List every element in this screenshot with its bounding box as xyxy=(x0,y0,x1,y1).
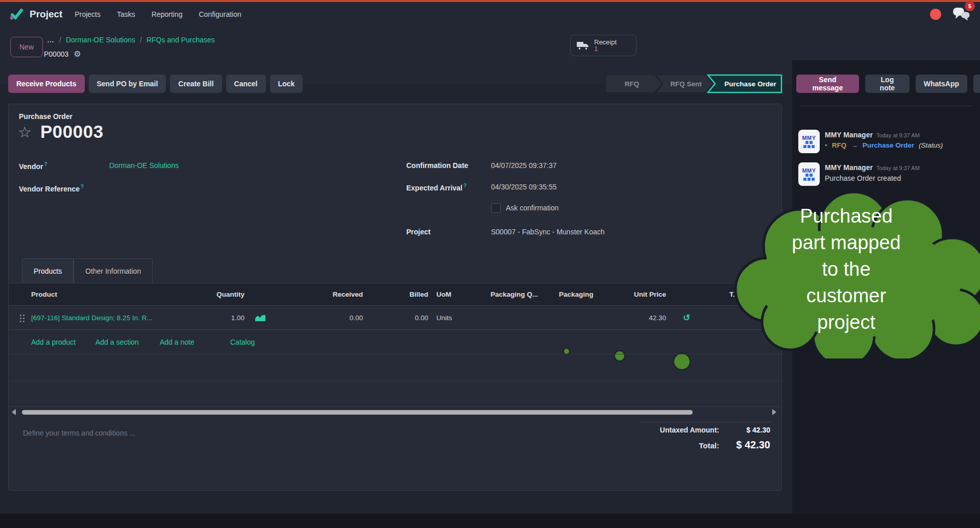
price-history-icon[interactable]: ↺ xyxy=(677,306,696,329)
cut-off-button[interactable] xyxy=(973,75,980,93)
avatar[interactable]: MMY xyxy=(798,130,820,153)
annotation-text-line: customer xyxy=(806,285,887,306)
horizontal-scrollbar[interactable] xyxy=(22,410,693,415)
order-lines-header: Product Quantity Received Billed UoM Pac… xyxy=(9,283,781,306)
forecast-chart-icon[interactable] xyxy=(255,306,275,329)
empty-table-row xyxy=(9,381,781,407)
chatter-message: MMY MMY Manager Today at 9:37 AM • RFQ →… xyxy=(798,130,976,153)
status-step-purchase-order-active[interactable]: Purchase Order xyxy=(708,75,781,92)
scroll-left-arrow-icon[interactable] xyxy=(12,409,16,415)
log-note-button[interactable]: Log note xyxy=(865,75,910,93)
tab-products[interactable]: Products xyxy=(22,258,74,283)
column-header-packaging-qty[interactable]: Packaging Q... xyxy=(491,283,547,305)
column-header-billed[interactable]: Billed xyxy=(351,283,428,305)
breadcrumb-ellipsis[interactable]: … xyxy=(47,36,55,44)
arrow-right-icon: → xyxy=(851,141,858,149)
status-step-rfq-sent[interactable]: RFQ Sent xyxy=(656,75,713,92)
column-header-uom[interactable]: UoM xyxy=(436,283,493,305)
ask-confirmation-checkbox[interactable] xyxy=(491,203,501,213)
add-a-product-link[interactable]: Add a product xyxy=(31,330,76,354)
message-author[interactable]: MMY Manager xyxy=(825,131,873,139)
breadcrumb-current: P00003 ⚙ xyxy=(44,49,81,59)
packaging-qty-cell[interactable] xyxy=(491,306,547,329)
order-line-row[interactable]: [697-116] Standard Design; 8.25 In. R...… xyxy=(9,306,781,330)
chatter-buttons: Send message Log note WhatsApp xyxy=(796,75,980,93)
unit-price-cell[interactable]: 42.30 xyxy=(584,306,666,329)
cancel-button[interactable]: Cancel xyxy=(226,75,266,93)
menu-reporting[interactable]: Reporting xyxy=(152,10,183,18)
receipt-smart-button[interactable]: Receipt 1 xyxy=(570,35,636,56)
breadcrumb-separator: / xyxy=(140,36,142,44)
annotation-text-line: Purchased xyxy=(800,205,893,227)
help-icon: ? xyxy=(81,184,84,189)
breadcrumb-current-record: P00003 xyxy=(44,50,68,58)
project-value[interactable]: S00007 - FabSync - Munster Koach xyxy=(491,228,605,236)
menu-tasks[interactable]: Tasks xyxy=(117,10,135,18)
notification-badge: 5 xyxy=(965,1,975,11)
total-row: Total: $ 42.30 xyxy=(632,439,770,451)
uom-cell[interactable]: Units xyxy=(436,306,493,329)
gear-icon[interactable]: ⚙ xyxy=(74,50,81,58)
column-header-unit-price[interactable]: Unit Price xyxy=(584,283,666,305)
status-to[interactable]: Purchase Order xyxy=(863,141,914,149)
add-a-section-link[interactable]: Add a section xyxy=(95,330,139,354)
status-step-rfq[interactable]: RFQ xyxy=(606,75,662,92)
scroll-right-arrow-icon[interactable] xyxy=(772,409,776,415)
catalog-link[interactable]: Catalog xyxy=(230,330,255,354)
avatar-text: MMY xyxy=(802,167,816,174)
breadcrumb-separator: / xyxy=(59,36,61,44)
help-icon: ? xyxy=(44,161,47,167)
menu-configuration[interactable]: Configuration xyxy=(199,10,241,18)
vendor-value[interactable]: Dorman-OE Solutions xyxy=(109,161,179,170)
lock-button[interactable]: Lock xyxy=(270,75,303,93)
create-bill-button[interactable]: Create Bill xyxy=(170,75,222,93)
order-line-footer: Add a product Add a section Add a note C… xyxy=(9,330,781,354)
svg-text:RFQ Sent: RFQ Sent xyxy=(670,80,702,88)
empty-table-row xyxy=(9,354,781,381)
add-a-note-link[interactable]: Add a note xyxy=(160,330,194,354)
project-label: Project xyxy=(406,228,430,236)
quantity-cell[interactable]: 1.00 xyxy=(162,306,244,329)
favorite-star-icon[interactable]: ☆ xyxy=(18,125,32,140)
action-button-bar: Receive Products Send PO by Email Create… xyxy=(8,75,303,93)
chatter-message: MMY MMY Manager Today at 9:37 AM Purchas… xyxy=(798,162,976,186)
tab-other-information[interactable]: Other Information xyxy=(74,258,153,283)
annotation-text-line: project xyxy=(817,311,875,333)
receive-products-button[interactable]: Receive Products xyxy=(8,75,85,93)
bottom-strip xyxy=(0,514,980,528)
new-button[interactable]: New xyxy=(10,37,43,57)
message-time: Today at 9:37 AM xyxy=(876,132,920,138)
breadcrumb-link-rfqs[interactable]: RFQs and Purchases xyxy=(146,36,215,44)
message-body: Purchase Order created xyxy=(825,174,920,182)
message-time: Today at 9:37 AM xyxy=(876,165,920,171)
app-title[interactable]: Project xyxy=(30,9,62,20)
terms-placeholder[interactable]: Define your terms and conditions ... xyxy=(23,429,135,437)
avatar[interactable]: MMY xyxy=(798,162,820,186)
untaxed-amount-row: Untaxed Amount: $ 42.30 xyxy=(632,426,770,434)
expected-arrival-label: Expected Arrival? xyxy=(406,183,467,192)
column-header-quantity[interactable]: Quantity xyxy=(162,283,244,305)
send-po-by-email-button[interactable]: Send PO by Email xyxy=(89,75,166,93)
receipt-count: 1 xyxy=(594,45,617,52)
chatter-divider xyxy=(800,106,972,106)
product-link[interactable]: [697-116] Standard Design; 8.25 In. R... xyxy=(31,314,153,322)
status-change-line: • RFQ → Purchase Order (Status) xyxy=(825,141,943,149)
confirmation-date-value[interactable]: 04/07/2025 09:37:37 xyxy=(491,161,556,170)
avatar-text: MMY xyxy=(802,135,816,141)
notebook-tabs: Products Other Information xyxy=(22,258,153,283)
drag-handle-icon[interactable] xyxy=(18,306,29,329)
billed-cell[interactable]: 0.00 xyxy=(351,306,428,329)
page-title: P00003 xyxy=(40,122,104,142)
app-logo-icon[interactable] xyxy=(9,7,23,21)
message-author[interactable]: MMY Manager xyxy=(825,163,873,172)
confirmation-date-label: Confirmation Date xyxy=(406,161,468,170)
help-icon: ? xyxy=(463,183,467,188)
breadcrumb-link-vendor[interactable]: Dorman-OE Solutions xyxy=(66,36,135,44)
whatsapp-button[interactable]: WhatsApp xyxy=(916,75,967,93)
menu-projects[interactable]: Projects xyxy=(75,10,101,18)
document-type-label: Purchase Order xyxy=(19,112,72,121)
expected-arrival-value[interactable]: 04/30/2025 09:35:55 xyxy=(491,183,556,191)
messages-button[interactable]: 5 xyxy=(952,6,972,22)
send-message-button[interactable]: Send message xyxy=(796,75,859,93)
avatar-blocks-icon xyxy=(803,174,815,181)
